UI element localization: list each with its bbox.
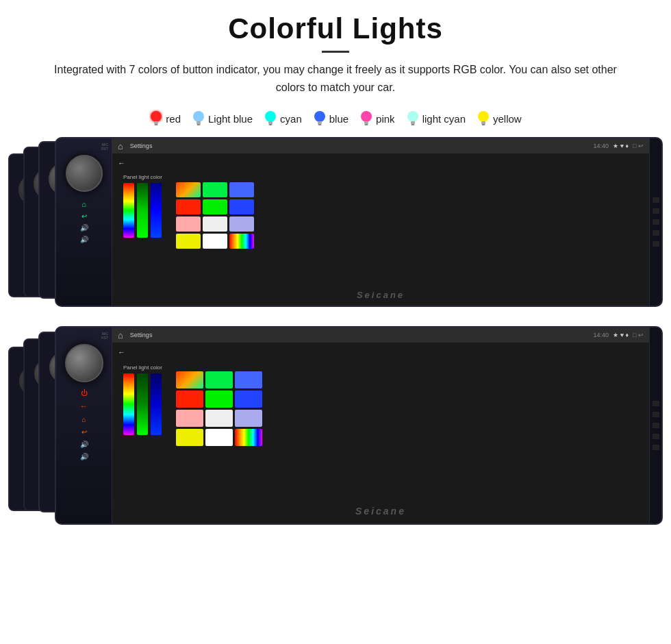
color-label-yellow: yellow — [493, 113, 522, 125]
svg-rect-8 — [269, 124, 273, 125]
color-label-lightcyan: light cyan — [422, 113, 466, 125]
panel-light-label-top: Panel light color — [123, 174, 162, 180]
description-text: Integrated with 7 colors of button indic… — [41, 61, 630, 96]
svg-rect-5 — [197, 124, 200, 125]
svg-rect-16 — [411, 121, 415, 124]
svg-point-18 — [478, 111, 489, 122]
color-label-red: red — [166, 113, 181, 125]
car-panel-front-top: MIC RST ⌂ ↩ 🔊 🔊 ⌂ Settings — [55, 137, 663, 307]
svg-rect-4 — [197, 121, 201, 124]
svg-point-15 — [407, 111, 418, 122]
svg-rect-13 — [364, 121, 368, 124]
color-item-pink: pink — [359, 110, 395, 127]
svg-rect-17 — [411, 124, 414, 125]
bulb-icon-pink — [359, 110, 373, 127]
color-item-red: red — [149, 110, 181, 127]
svg-rect-2 — [155, 124, 158, 125]
color-item-lightcyan: light cyan — [406, 110, 466, 127]
color-item-lightblue: Light blue — [192, 110, 253, 127]
bulb-icon-red — [149, 110, 163, 127]
svg-rect-19 — [481, 121, 485, 124]
color-item-cyan: cyan — [264, 110, 302, 127]
svg-point-6 — [265, 111, 276, 122]
color-item-yellow: yellow — [477, 110, 522, 127]
watermark-bot: Seicane — [355, 506, 406, 517]
settings-label-top: Settings — [130, 143, 153, 149]
color-item-blue: blue — [313, 110, 349, 127]
time-bot: 14:40 — [594, 332, 609, 338]
svg-rect-11 — [318, 124, 321, 125]
unit-row-top: MIC RST ⌂ ↩ 🔊 🔊 MIC RST — [8, 137, 663, 321]
unit-row-bottom: MIC RST ⏻ ← ⌂ ↩ 🔊 🔊 M — [8, 326, 663, 538]
bulb-icon-blue — [313, 110, 327, 127]
svg-rect-20 — [482, 124, 485, 125]
color-label-lightblue: Light blue — [208, 113, 253, 125]
color-indicator-row: red Light blue cyan — [149, 110, 521, 127]
bulb-icon-lightblue — [192, 110, 205, 127]
title-divider — [322, 51, 349, 53]
svg-rect-7 — [268, 121, 273, 124]
panel-light-label-bot: Panel light color — [123, 364, 162, 371]
svg-point-9 — [314, 111, 325, 122]
svg-rect-10 — [318, 121, 322, 124]
svg-point-3 — [193, 111, 204, 122]
color-label-cyan: cyan — [280, 113, 302, 125]
page-title: Colorful Lights — [0, 12, 671, 45]
car-panel-front-bot: MIC RST ⏻ ← ⌂ ↩ 🔊 🔊 ⌂ — [55, 326, 663, 525]
header-section: Colorful Lights Integrated with 7 colors… — [0, 0, 671, 106]
svg-rect-14 — [365, 124, 368, 125]
bulb-icon-lightcyan — [406, 110, 420, 127]
svg-point-0 — [151, 111, 162, 122]
color-label-pink: pink — [376, 113, 395, 125]
settings-label-bot: Settings — [130, 332, 153, 338]
color-label-blue: blue — [329, 113, 349, 125]
watermark-top: Seicane — [357, 290, 405, 300]
svg-point-12 — [361, 111, 372, 122]
svg-rect-1 — [154, 121, 158, 124]
bulb-icon-cyan — [264, 110, 277, 127]
time-top: 14:40 — [594, 143, 609, 149]
bulb-icon-yellow — [477, 110, 490, 127]
page-container: Colorful Lights Integrated with 7 colors… — [0, 0, 671, 644]
